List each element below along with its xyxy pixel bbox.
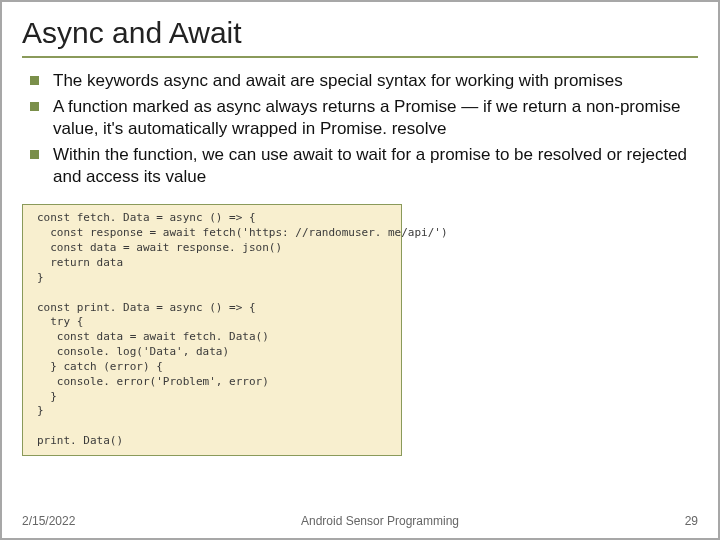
list-item: The keywords async and await are special…: [30, 70, 698, 92]
bullet-text: Within the function, we can use await to…: [53, 144, 698, 188]
bullet-square-icon: [30, 150, 39, 159]
code-block: const fetch. Data = async () => { const …: [22, 204, 402, 456]
bullet-list: The keywords async and await are special…: [22, 70, 698, 192]
list-item: A function marked as async always return…: [30, 96, 698, 140]
page-title: Async and Await: [22, 16, 698, 58]
bullet-text: The keywords async and await are special…: [53, 70, 698, 92]
bullet-text: A function marked as async always return…: [53, 96, 698, 140]
list-item: Within the function, we can use await to…: [30, 144, 698, 188]
slide: Async and Await The keywords async and a…: [0, 0, 720, 540]
footer-page-number: 29: [685, 514, 698, 528]
footer-course: Android Sensor Programming: [75, 514, 684, 528]
footer: 2/15/2022 Android Sensor Programming 29: [22, 514, 698, 528]
footer-date: 2/15/2022: [22, 514, 75, 528]
bullet-square-icon: [30, 76, 39, 85]
bullet-square-icon: [30, 102, 39, 111]
